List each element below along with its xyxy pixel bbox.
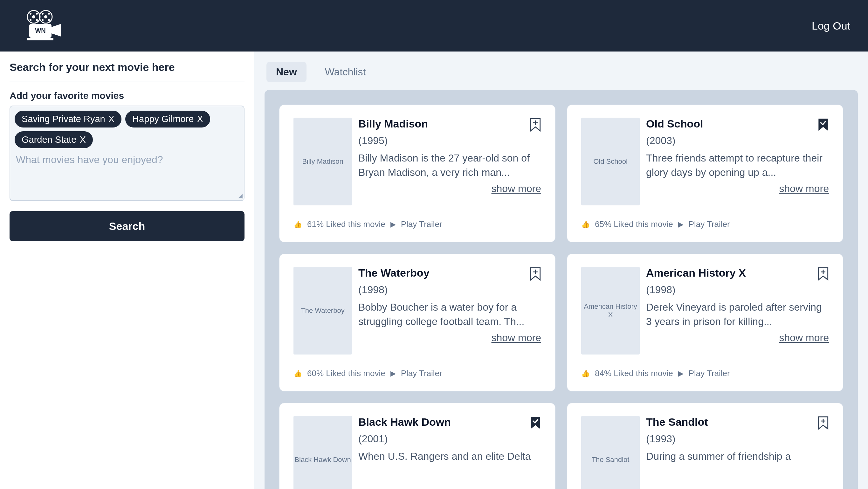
liked-stat: 84% Liked this movie (595, 368, 673, 378)
thumb-up-icon: 👍 (581, 369, 590, 378)
liked-stat: 65% Liked this movie (595, 219, 673, 229)
play-trailer-link[interactable]: Play Trailer (401, 368, 442, 378)
svg-point-5 (36, 13, 38, 14)
svg-text:WN: WN (35, 27, 45, 34)
play-icon: ▶ (391, 220, 396, 228)
movie-tag[interactable]: Garden State X (14, 131, 93, 148)
svg-point-10 (42, 19, 43, 21)
svg-point-11 (48, 19, 50, 21)
favorite-movies-input[interactable]: Saving Private Ryan XHappy Gilmore XGard… (9, 105, 245, 201)
movie-year: (1993) (646, 433, 829, 445)
bookmark-add-button[interactable] (817, 267, 829, 281)
movie-card: Billy MadisonBilly Madison(1995)Billy Ma… (279, 104, 555, 242)
movie-card: The WaterboyThe Waterboy(1998)Bobby Bouc… (279, 254, 555, 391)
play-trailer-link[interactable]: Play Trailer (401, 219, 442, 229)
bookmark-add-button[interactable] (530, 267, 541, 281)
movie-description: Derek Vineyard is paroled after serving … (646, 300, 829, 329)
card-footer: 👍84% Liked this movie▶Play Trailer (581, 368, 829, 378)
svg-point-6 (30, 19, 31, 21)
bookmark-saved-button[interactable] (817, 118, 829, 132)
thumb-up-icon: 👍 (293, 220, 302, 228)
movie-poster[interactable]: The Sandlot (581, 416, 640, 489)
movie-year: (1998) (358, 284, 541, 296)
camera-icon: WN (23, 10, 64, 42)
app-logo[interactable]: WN (23, 10, 64, 42)
show-more-link[interactable]: show more (358, 183, 541, 194)
tag-input-placeholder: What movies have you enjoyed? (14, 151, 240, 168)
movie-poster[interactable]: Black Hawk Down (293, 416, 352, 489)
movie-title: American History X (646, 267, 746, 279)
movie-title: Old School (646, 118, 703, 130)
favorite-movies-label: Add your favorite movies (9, 90, 245, 101)
header: WN Log Out (0, 0, 868, 52)
bookmark-saved-button[interactable] (530, 416, 541, 430)
svg-point-3 (44, 15, 48, 19)
divider (9, 81, 245, 82)
movie-description: Bobby Boucher is a water boy for a strug… (358, 300, 541, 329)
play-icon: ▶ (678, 369, 684, 378)
search-sidebar: Search for your next movie here Add your… (0, 52, 254, 489)
movie-tag[interactable]: Saving Private Ryan X (14, 111, 121, 127)
movie-year: (1995) (358, 135, 541, 147)
movie-description: When U.S. Rangers and an elite Delta (358, 449, 541, 464)
tab-watchlist[interactable]: Watchlist (315, 62, 375, 82)
card-footer: 👍61% Liked this movie▶Play Trailer (293, 219, 541, 229)
bookmark-add-icon (817, 416, 829, 430)
movie-year: (2003) (646, 135, 829, 147)
movie-title: Billy Madison (358, 118, 428, 130)
show-more-link[interactable]: show more (646, 183, 829, 194)
show-more-link[interactable]: show more (646, 332, 829, 344)
movie-title: The Sandlot (646, 416, 708, 428)
svg-point-7 (36, 19, 38, 21)
card-footer: 👍65% Liked this movie▶Play Trailer (581, 219, 829, 229)
card-footer: 👍60% Liked this movie▶Play Trailer (293, 368, 541, 378)
tag-label: Saving Private Ryan (22, 114, 105, 124)
thumb-up-icon: 👍 (581, 220, 590, 228)
play-trailer-link[interactable]: Play Trailer (689, 368, 730, 378)
tag-label: Garden State (22, 134, 76, 145)
movie-year: (1998) (646, 284, 829, 296)
movie-description: During a summer of friendship a (646, 449, 829, 464)
remove-tag-icon[interactable]: X (108, 114, 115, 124)
movie-tag[interactable]: Happy Gilmore X (125, 111, 210, 127)
bookmark-add-button[interactable] (817, 416, 829, 430)
movie-poster[interactable]: American History X (581, 267, 640, 355)
svg-point-9 (48, 13, 50, 14)
movie-card: American History XAmerican History X(199… (567, 254, 843, 391)
movie-poster[interactable]: The Waterboy (293, 267, 352, 355)
show-more-link[interactable]: show more (358, 332, 541, 344)
movie-description: Three friends attempt to recapture their… (646, 151, 829, 180)
tag-label: Happy Gilmore (132, 114, 194, 124)
play-trailer-link[interactable]: Play Trailer (689, 219, 730, 229)
movie-poster[interactable]: Old School (581, 118, 640, 205)
bookmark-add-icon (530, 267, 541, 281)
movie-title: Black Hawk Down (358, 416, 451, 428)
sidebar-title: Search for your next movie here (9, 61, 245, 73)
bookmark-add-button[interactable] (530, 118, 541, 132)
svg-rect-15 (27, 38, 54, 40)
svg-point-4 (30, 13, 31, 14)
movie-description: Billy Madison is the 27 year-old son of … (358, 151, 541, 180)
movie-year: (2001) (358, 433, 541, 445)
movie-card: Black Hawk DownBlack Hawk Down(2001)When… (279, 403, 555, 489)
movie-card: Old SchoolOld School(2003)Three friends … (567, 104, 843, 242)
liked-stat: 61% Liked this movie (307, 219, 385, 229)
movie-poster[interactable]: Billy Madison (293, 118, 352, 205)
tabs: New Watchlist (267, 62, 858, 82)
resize-icon: ◢ (238, 192, 243, 199)
content-area: New Watchlist Billy MadisonBilly Madison… (254, 52, 868, 489)
bookmark-add-icon (530, 118, 541, 132)
remove-tag-icon[interactable]: X (197, 114, 203, 124)
logout-link[interactable]: Log Out (812, 20, 850, 32)
svg-point-8 (42, 13, 43, 14)
remove-tag-icon[interactable]: X (80, 134, 86, 145)
movie-card: The SandlotThe Sandlot(1993)During a sum… (567, 403, 843, 489)
play-icon: ▶ (678, 220, 684, 228)
play-icon: ▶ (391, 369, 396, 378)
bookmark-filled-icon (530, 416, 541, 430)
svg-point-2 (32, 15, 35, 19)
search-button[interactable]: Search (9, 211, 245, 241)
tab-new[interactable]: New (267, 62, 307, 82)
svg-marker-14 (52, 24, 61, 36)
results-area: Billy MadisonBilly Madison(1995)Billy Ma… (265, 90, 858, 489)
